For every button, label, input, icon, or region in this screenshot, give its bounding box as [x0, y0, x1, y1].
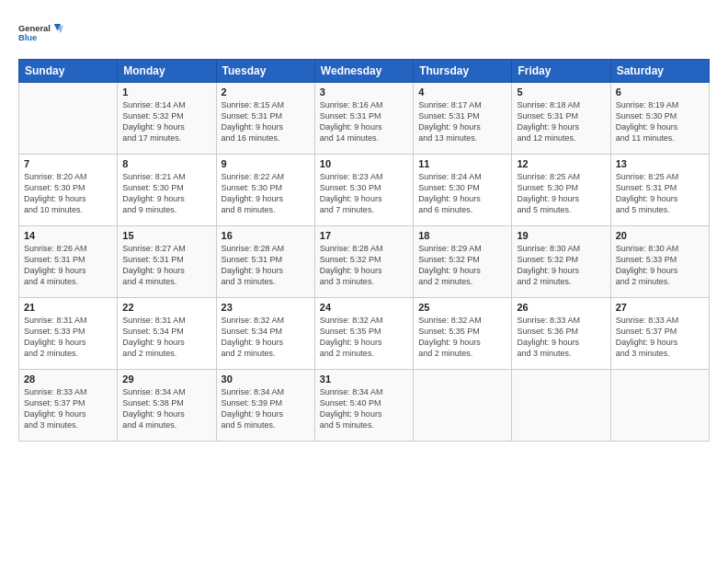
calendar-cell: 22Sunrise: 8:31 AM Sunset: 5:34 PM Dayli…: [118, 298, 216, 370]
calendar-cell: 17Sunrise: 8:28 AM Sunset: 5:32 PM Dayli…: [314, 226, 413, 298]
day-number: 8: [122, 158, 210, 169]
day-number: 17: [320, 230, 408, 241]
day-number: 11: [418, 158, 506, 169]
day-number: 31: [320, 373, 408, 385]
calendar-cell: [19, 83, 118, 155]
day-number: 25: [418, 302, 506, 313]
day-number: 28: [24, 373, 112, 385]
calendar-cell: 14Sunrise: 8:26 AM Sunset: 5:31 PM Dayli…: [19, 226, 118, 298]
calendar-cell: 20Sunrise: 8:30 AM Sunset: 5:33 PM Dayli…: [610, 226, 709, 298]
day-info: Sunrise: 8:21 AM Sunset: 5:30 PM Dayligh…: [122, 171, 210, 216]
day-number: 15: [122, 230, 210, 241]
day-number: 4: [418, 86, 506, 98]
day-number: 18: [418, 230, 506, 241]
day-number: 26: [517, 302, 605, 313]
day-number: 24: [320, 302, 408, 313]
calendar-cell: 2Sunrise: 8:15 AM Sunset: 5:31 PM Daylig…: [216, 83, 314, 155]
calendar-week-1: 7Sunrise: 8:20 AM Sunset: 5:30 PM Daylig…: [19, 155, 710, 226]
day-info: Sunrise: 8:33 AM Sunset: 5:36 PM Dayligh…: [517, 315, 605, 360]
calendar-week-2: 14Sunrise: 8:26 AM Sunset: 5:31 PM Dayli…: [19, 226, 710, 298]
day-number: 22: [122, 302, 210, 313]
calendar-cell: 12Sunrise: 8:25 AM Sunset: 5:30 PM Dayli…: [512, 155, 610, 226]
day-info: Sunrise: 8:22 AM Sunset: 5:30 PM Dayligh…: [222, 171, 310, 216]
calendar-week-3: 21Sunrise: 8:31 AM Sunset: 5:33 PM Dayli…: [19, 298, 710, 370]
calendar-cell: [512, 370, 610, 442]
day-number: 9: [222, 158, 310, 169]
day-info: Sunrise: 8:32 AM Sunset: 5:34 PM Dayligh…: [222, 315, 310, 360]
calendar-cell: 31Sunrise: 8:34 AM Sunset: 5:40 PM Dayli…: [314, 370, 413, 442]
calendar-cell: 30Sunrise: 8:34 AM Sunset: 5:39 PM Dayli…: [216, 370, 314, 442]
calendar-cell: 6Sunrise: 8:19 AM Sunset: 5:30 PM Daylig…: [610, 83, 709, 155]
day-number: 7: [24, 158, 112, 169]
calendar-cell: 11Sunrise: 8:24 AM Sunset: 5:30 PM Dayli…: [414, 155, 512, 226]
page: General Blue SundayMondayTuesdayWednesda…: [0, 0, 728, 563]
col-header-saturday: Saturday: [610, 60, 709, 83]
day-info: Sunrise: 8:14 AM Sunset: 5:32 PM Dayligh…: [122, 99, 210, 144]
day-number: 27: [616, 302, 704, 313]
day-info: Sunrise: 8:18 AM Sunset: 5:31 PM Dayligh…: [517, 99, 605, 144]
calendar-cell: [414, 370, 512, 442]
day-number: 12: [517, 158, 605, 169]
day-number: 6: [616, 86, 704, 98]
calendar-cell: 13Sunrise: 8:25 AM Sunset: 5:31 PM Dayli…: [610, 155, 709, 226]
day-info: Sunrise: 8:34 AM Sunset: 5:38 PM Dayligh…: [122, 386, 210, 431]
calendar-header-row: SundayMondayTuesdayWednesdayThursdayFrid…: [19, 60, 710, 83]
day-info: Sunrise: 8:28 AM Sunset: 5:31 PM Dayligh…: [222, 243, 310, 288]
day-number: 19: [517, 230, 605, 241]
calendar-cell: 18Sunrise: 8:29 AM Sunset: 5:32 PM Dayli…: [414, 226, 512, 298]
calendar-week-4: 28Sunrise: 8:33 AM Sunset: 5:37 PM Dayli…: [19, 370, 710, 442]
calendar-cell: 27Sunrise: 8:33 AM Sunset: 5:37 PM Dayli…: [610, 298, 709, 370]
calendar-cell: 4Sunrise: 8:17 AM Sunset: 5:31 PM Daylig…: [414, 83, 512, 155]
day-info: Sunrise: 8:19 AM Sunset: 5:30 PM Dayligh…: [616, 99, 704, 144]
day-number: 23: [222, 302, 310, 313]
day-number: 29: [122, 373, 210, 385]
calendar-cell: 8Sunrise: 8:21 AM Sunset: 5:30 PM Daylig…: [118, 155, 216, 226]
day-info: Sunrise: 8:30 AM Sunset: 5:32 PM Dayligh…: [517, 243, 605, 288]
day-info: Sunrise: 8:26 AM Sunset: 5:31 PM Dayligh…: [24, 243, 112, 288]
day-number: 16: [222, 230, 310, 241]
day-info: Sunrise: 8:28 AM Sunset: 5:32 PM Dayligh…: [320, 243, 408, 288]
col-header-thursday: Thursday: [414, 60, 512, 83]
day-info: Sunrise: 8:27 AM Sunset: 5:31 PM Dayligh…: [122, 243, 210, 288]
calendar-cell: 3Sunrise: 8:16 AM Sunset: 5:31 PM Daylig…: [314, 83, 413, 155]
day-info: Sunrise: 8:17 AM Sunset: 5:31 PM Dayligh…: [418, 99, 506, 144]
calendar-cell: 9Sunrise: 8:22 AM Sunset: 5:30 PM Daylig…: [216, 155, 314, 226]
day-number: 10: [320, 158, 408, 169]
col-header-monday: Monday: [118, 60, 216, 83]
col-header-tuesday: Tuesday: [216, 60, 314, 83]
day-number: 13: [616, 158, 704, 169]
day-number: 3: [320, 86, 408, 98]
day-number: 21: [24, 302, 112, 313]
calendar-cell: 23Sunrise: 8:32 AM Sunset: 5:34 PM Dayli…: [216, 298, 314, 370]
calendar-cell: 16Sunrise: 8:28 AM Sunset: 5:31 PM Dayli…: [216, 226, 314, 298]
calendar-table: SundayMondayTuesdayWednesdayThursdayFrid…: [18, 59, 710, 442]
day-number: 2: [222, 86, 310, 98]
col-header-wednesday: Wednesday: [314, 60, 413, 83]
svg-text:General: General: [18, 24, 51, 33]
day-info: Sunrise: 8:33 AM Sunset: 5:37 PM Dayligh…: [616, 315, 704, 360]
col-header-friday: Friday: [512, 60, 610, 83]
calendar-cell: 28Sunrise: 8:33 AM Sunset: 5:37 PM Dayli…: [19, 370, 118, 442]
calendar-cell: 21Sunrise: 8:31 AM Sunset: 5:33 PM Dayli…: [19, 298, 118, 370]
day-info: Sunrise: 8:32 AM Sunset: 5:35 PM Dayligh…: [418, 315, 506, 360]
day-info: Sunrise: 8:20 AM Sunset: 5:30 PM Dayligh…: [24, 171, 112, 216]
day-info: Sunrise: 8:24 AM Sunset: 5:30 PM Dayligh…: [418, 171, 506, 216]
day-info: Sunrise: 8:23 AM Sunset: 5:30 PM Dayligh…: [320, 171, 408, 216]
day-info: Sunrise: 8:15 AM Sunset: 5:31 PM Dayligh…: [222, 99, 310, 144]
calendar-cell: 7Sunrise: 8:20 AM Sunset: 5:30 PM Daylig…: [19, 155, 118, 226]
day-info: Sunrise: 8:16 AM Sunset: 5:31 PM Dayligh…: [320, 99, 408, 144]
calendar-cell: 25Sunrise: 8:32 AM Sunset: 5:35 PM Dayli…: [414, 298, 512, 370]
day-info: Sunrise: 8:34 AM Sunset: 5:39 PM Dayligh…: [222, 386, 310, 431]
day-info: Sunrise: 8:29 AM Sunset: 5:32 PM Dayligh…: [418, 243, 506, 288]
svg-text:Blue: Blue: [18, 33, 37, 42]
day-number: 1: [122, 86, 210, 98]
calendar-cell: 24Sunrise: 8:32 AM Sunset: 5:35 PM Dayli…: [314, 298, 413, 370]
day-number: 20: [616, 230, 704, 241]
day-number: 14: [24, 230, 112, 241]
day-info: Sunrise: 8:25 AM Sunset: 5:30 PM Dayligh…: [517, 171, 605, 216]
calendar-cell: 26Sunrise: 8:33 AM Sunset: 5:36 PM Dayli…: [512, 298, 610, 370]
calendar-cell: 1Sunrise: 8:14 AM Sunset: 5:32 PM Daylig…: [118, 83, 216, 155]
day-info: Sunrise: 8:34 AM Sunset: 5:40 PM Dayligh…: [320, 386, 408, 431]
day-info: Sunrise: 8:32 AM Sunset: 5:35 PM Dayligh…: [320, 315, 408, 360]
calendar-cell: 29Sunrise: 8:34 AM Sunset: 5:38 PM Dayli…: [118, 370, 216, 442]
